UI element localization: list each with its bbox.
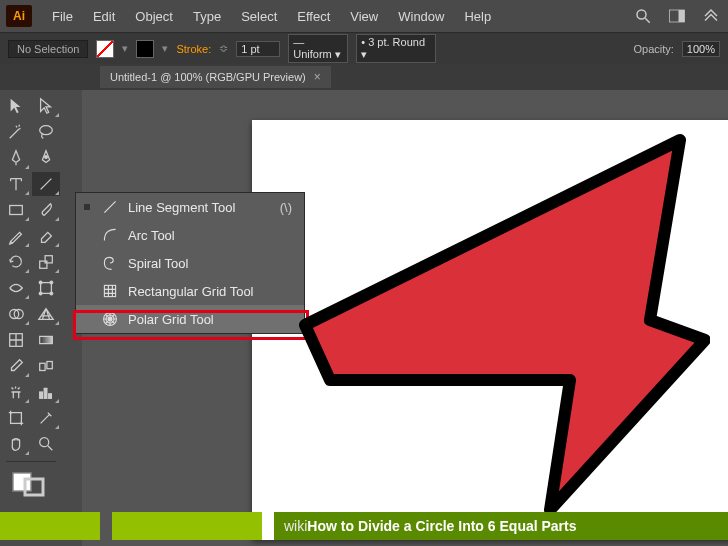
shape-builder-tool[interactable] <box>2 302 30 326</box>
svg-rect-3 <box>679 10 685 22</box>
stroke-swatch[interactable] <box>136 40 154 58</box>
svg-rect-25 <box>13 473 31 491</box>
svg-line-1 <box>645 18 650 23</box>
stroke-label[interactable]: Stroke: <box>176 43 211 55</box>
search-icon[interactable] <box>632 7 654 25</box>
opacity-label[interactable]: Opacity: <box>634 43 674 55</box>
svg-rect-21 <box>44 388 47 398</box>
svg-point-10 <box>39 281 42 284</box>
control-bar: No Selection ▾ ▾ Stroke: ≎ — Uniform ▾ •… <box>0 32 728 64</box>
free-transform-tool[interactable] <box>32 276 60 300</box>
pencil-tool[interactable] <box>2 224 30 248</box>
zoom-tool[interactable] <box>32 432 60 456</box>
artboard-tool[interactable] <box>2 406 30 430</box>
symbol-sprayer-tool[interactable] <box>2 380 30 404</box>
menu-window[interactable]: Window <box>388 5 454 28</box>
svg-rect-8 <box>45 256 52 263</box>
line-segment-tool[interactable] <box>32 172 60 196</box>
flyout-item-label: Spiral Tool <box>128 256 188 271</box>
flyout-item-label: Polar Grid Tool <box>128 312 214 327</box>
svg-point-24 <box>40 438 49 447</box>
column-graph-tool[interactable] <box>32 380 60 404</box>
flyout-item-label: Rectangular Grid Tool <box>128 284 254 299</box>
rectangle-tool[interactable] <box>2 198 30 222</box>
magic-wand-tool[interactable] <box>2 120 30 144</box>
menu-select[interactable]: Select <box>231 5 287 28</box>
svg-rect-18 <box>40 363 45 370</box>
stroke-profile-select[interactable]: — Uniform ▾ <box>288 34 348 63</box>
brush-select[interactable]: • 3 pt. Round ▾ <box>356 34 436 63</box>
perspective-grid-tool[interactable] <box>32 302 60 326</box>
svg-rect-20 <box>40 392 43 398</box>
gradient-tool[interactable] <box>32 328 60 352</box>
svg-rect-7 <box>40 261 47 268</box>
menu-bar: Ai File Edit Object Type Select Effect V… <box>0 0 728 32</box>
scale-tool[interactable] <box>32 250 60 274</box>
lasso-tool[interactable] <box>32 120 60 144</box>
hand-tool[interactable] <box>2 432 30 456</box>
tool-panel <box>0 90 62 546</box>
flyout-item-label: Line Segment Tool <box>128 200 235 215</box>
eraser-tool[interactable] <box>32 224 60 248</box>
menu-object[interactable]: Object <box>125 5 183 28</box>
menu-file[interactable]: File <box>42 5 83 28</box>
sync-icon[interactable] <box>700 7 722 25</box>
svg-point-5 <box>45 156 48 159</box>
menu-view[interactable]: View <box>340 5 388 28</box>
flyout-item-shortcut: (\) <box>280 200 292 215</box>
svg-point-12 <box>39 292 42 295</box>
document-tab[interactable]: Untitled-1 @ 100% (RGB/GPU Preview) × <box>100 66 331 88</box>
curvature-tool[interactable] <box>32 146 60 170</box>
svg-rect-9 <box>41 283 52 294</box>
svg-point-4 <box>40 126 53 135</box>
flyout-line-segment-tool[interactable]: Line Segment Tool (\) <box>76 193 304 221</box>
artboard[interactable] <box>252 120 728 540</box>
flyout-arc-tool[interactable]: Arc Tool <box>76 221 304 249</box>
slice-tool[interactable] <box>32 406 60 430</box>
selection-tool[interactable] <box>2 94 30 118</box>
svg-rect-19 <box>47 362 52 369</box>
menu-help[interactable]: Help <box>454 5 501 28</box>
pen-tool[interactable] <box>2 146 30 170</box>
line-tool-flyout: Line Segment Tool (\) Arc Tool Spiral To… <box>75 192 305 334</box>
banner-site: wiki <box>284 518 307 534</box>
mesh-tool[interactable] <box>2 328 30 352</box>
brush-value: 3 pt. Round <box>368 36 425 48</box>
width-tool[interactable] <box>2 276 30 300</box>
svg-point-0 <box>637 10 646 19</box>
stroke-weight-input[interactable] <box>236 41 280 57</box>
flyout-polar-grid-tool[interactable]: Polar Grid Tool <box>76 305 304 333</box>
document-tab-title: Untitled-1 @ 100% (RGB/GPU Preview) <box>110 71 306 83</box>
rotate-tool[interactable] <box>2 250 30 274</box>
paintbrush-tool[interactable] <box>32 198 60 222</box>
menu-effect[interactable]: Effect <box>287 5 340 28</box>
stroke-profile-value: Uniform <box>293 48 332 60</box>
eyedropper-tool[interactable] <box>2 354 30 378</box>
blend-tool[interactable] <box>32 354 60 378</box>
fill-swatch[interactable] <box>96 40 114 58</box>
svg-point-11 <box>50 281 53 284</box>
svg-rect-6 <box>10 206 23 215</box>
svg-rect-22 <box>49 394 52 399</box>
fill-stroke-swatches[interactable] <box>2 467 60 501</box>
opacity-value[interactable]: 100% <box>682 41 720 57</box>
app-icon: Ai <box>6 5 32 27</box>
close-tab-icon[interactable]: × <box>314 70 321 84</box>
document-tab-bar: Untitled-1 @ 100% (RGB/GPU Preview) × <box>0 64 728 90</box>
svg-rect-23 <box>11 413 22 424</box>
wikihow-banner: wikiHow to Divide a Circle Into 6 Equal … <box>0 512 728 540</box>
menu-edit[interactable]: Edit <box>83 5 125 28</box>
banner-article-title: How to Divide a Circle Into 6 Equal Part… <box>307 518 576 534</box>
flyout-rectangular-grid-tool[interactable]: Rectangular Grid Tool <box>76 277 304 305</box>
workspace-icon[interactable] <box>666 7 688 25</box>
flyout-item-label: Arc Tool <box>128 228 175 243</box>
direct-selection-tool[interactable] <box>32 94 60 118</box>
selection-status: No Selection <box>8 40 88 58</box>
type-tool[interactable] <box>2 172 30 196</box>
svg-rect-17 <box>40 336 53 343</box>
flyout-spiral-tool[interactable]: Spiral Tool <box>76 249 304 277</box>
svg-point-13 <box>50 292 53 295</box>
menu-type[interactable]: Type <box>183 5 231 28</box>
svg-rect-27 <box>104 285 115 296</box>
